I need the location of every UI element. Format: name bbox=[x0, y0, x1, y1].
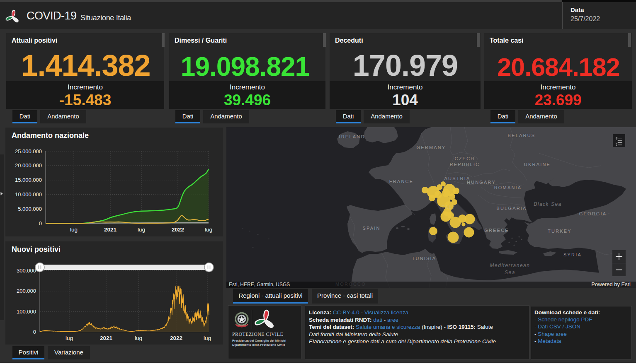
svg-text:2021: 2021 bbox=[104, 227, 117, 233]
svg-text:25.000.000: 25.000.000 bbox=[15, 148, 42, 154]
svg-text:200.000: 200.000 bbox=[17, 288, 36, 294]
svg-text:lug: lug bbox=[204, 335, 211, 341]
svg-text:lug: lug bbox=[205, 227, 212, 233]
svg-text:0: 0 bbox=[33, 329, 36, 335]
svg-text:5.000.000: 5.000.000 bbox=[18, 206, 42, 212]
svg-text:lug: lug bbox=[66, 335, 73, 341]
svg-text:0: 0 bbox=[39, 220, 42, 227]
svg-text:lug: lug bbox=[70, 227, 78, 233]
svg-text:2022: 2022 bbox=[172, 227, 184, 233]
svg-text:lug: lug bbox=[135, 335, 142, 341]
svg-text:100.000: 100.000 bbox=[17, 309, 36, 315]
svg-text:20.000.000: 20.000.000 bbox=[15, 162, 42, 169]
svg-text:15.000.000: 15.000.000 bbox=[15, 177, 42, 183]
svg-text:2021: 2021 bbox=[100, 335, 113, 341]
svg-text:lug: lug bbox=[138, 227, 145, 233]
svg-text:10.000.000: 10.000.000 bbox=[15, 191, 42, 198]
svg-text:300.000: 300.000 bbox=[17, 268, 36, 274]
svg-text:2022: 2022 bbox=[170, 335, 182, 341]
